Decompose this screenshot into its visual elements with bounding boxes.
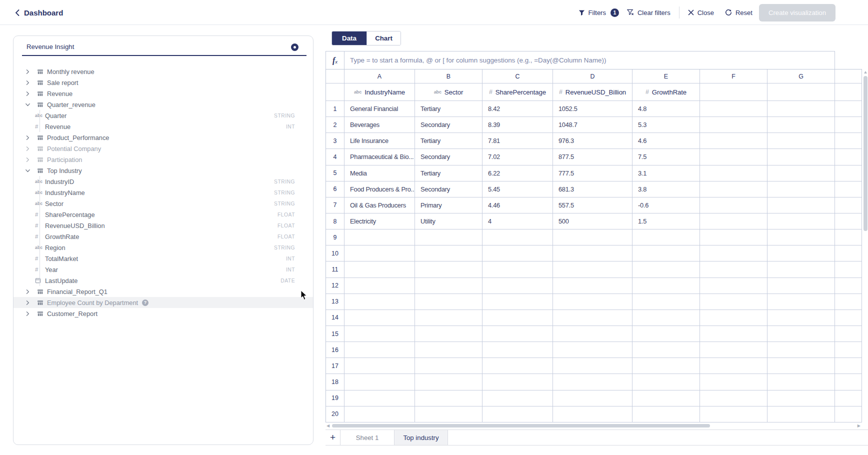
reset-button[interactable]: Reset (725, 9, 752, 16)
cell-F20[interactable] (700, 406, 768, 422)
cell-B14[interactable] (415, 310, 482, 326)
cell-G10[interactable] (768, 246, 835, 262)
tree-table-monthly-revenue[interactable]: Monthly revenue (14, 66, 313, 77)
cell-C4[interactable]: 7.02 (482, 149, 553, 165)
cell-A20[interactable] (344, 406, 415, 422)
cell-H5[interactable] (835, 166, 862, 182)
cell-A16[interactable] (344, 342, 415, 358)
cell-C1[interactable]: 8.42 (482, 101, 553, 117)
cell-A18[interactable] (344, 374, 415, 390)
cell-C11[interactable] (482, 262, 553, 278)
column-header-a[interactable]: A (344, 70, 415, 84)
cell-G12[interactable] (768, 278, 835, 294)
cell-C12[interactable] (482, 278, 553, 294)
field-header-growthrate[interactable]: #GrowthRate (632, 84, 700, 101)
cell-H15[interactable] (835, 326, 862, 342)
cell-A3[interactable]: Life Insurance (344, 133, 415, 149)
row-number-8[interactable]: 8 (326, 214, 344, 230)
field-header-sharepercentage[interactable]: #SharePercentage (482, 84, 553, 101)
chevron-down-icon[interactable] (25, 168, 30, 174)
tree-field-revenue[interactable]: #RevenueINT (14, 121, 313, 132)
tree-table-product-performance[interactable]: Product_Performance (14, 132, 313, 143)
search-field[interactable]: Revenue Insight (22, 38, 306, 56)
target-icon[interactable] (291, 44, 298, 51)
cell-B19[interactable] (415, 390, 482, 406)
field-header-revenueusd_billion[interactable]: #RevenueUSD_Billion (553, 84, 632, 101)
cell-B13[interactable] (415, 294, 482, 310)
cell-F6[interactable] (700, 182, 768, 198)
cell-D16[interactable] (553, 342, 632, 358)
cell-E17[interactable] (632, 358, 700, 374)
cell-G14[interactable] (768, 310, 835, 326)
chevron-right-icon[interactable] (25, 300, 30, 306)
cell-E8[interactable]: 1.5 (632, 214, 700, 230)
sheet-tab-sheet1[interactable]: Sheet 1 (340, 430, 394, 445)
cell-E3[interactable]: 4.6 (632, 133, 700, 149)
tree-field-sharepercentage[interactable]: #SharePercentageFLOAT (14, 209, 313, 220)
cell-A9[interactable] (344, 230, 415, 246)
scroll-left-arrow[interactable]: ◀ (326, 424, 330, 428)
cell-C7[interactable]: 4.46 (482, 198, 553, 214)
vertical-scroll-thumb[interactable] (864, 76, 868, 231)
cell-B15[interactable] (415, 326, 482, 342)
tree-table-potential-company[interactable]: Potential Company (14, 143, 313, 154)
tree-field-lastupdate[interactable]: LastUpdateDATE (14, 275, 313, 286)
row-number-9[interactable]: 9 (326, 230, 344, 246)
cell-C9[interactable] (482, 230, 553, 246)
cell-G1[interactable] (768, 101, 835, 117)
tab-data[interactable]: Data (332, 32, 366, 45)
cell-C10[interactable] (482, 246, 553, 262)
cell-B17[interactable] (415, 358, 482, 374)
cell-H13[interactable] (835, 294, 862, 310)
column-header-c[interactable]: C (482, 70, 553, 84)
row-number-3[interactable]: 3 (326, 133, 344, 149)
horizontal-scrollbar[interactable]: ◀ ▶ (326, 423, 862, 428)
cell-C20[interactable] (482, 406, 553, 422)
row-number-15[interactable]: 15 (326, 326, 344, 342)
cell-G7[interactable] (768, 198, 835, 214)
cell-A17[interactable] (344, 358, 415, 374)
chevron-right-icon[interactable] (25, 157, 30, 162)
cell-A7[interactable]: Oil & Gas Producers (344, 198, 415, 214)
cell-F8[interactable] (700, 214, 768, 230)
cell-B11[interactable] (415, 262, 482, 278)
cell-H12[interactable] (835, 278, 862, 294)
column-header-g[interactable]: G (768, 70, 835, 84)
cell-B6[interactable]: Secondary (415, 182, 482, 198)
cell-B9[interactable] (415, 230, 482, 246)
cell-F12[interactable] (700, 278, 768, 294)
tab-chart[interactable]: Chart (366, 32, 400, 45)
cell-B4[interactable]: Secondary (415, 149, 482, 165)
cell-A6[interactable]: Food Producers & Pro... (344, 182, 415, 198)
tree-table-revenue[interactable]: Revenue (14, 88, 313, 99)
row-number-6[interactable]: 6 (326, 182, 344, 198)
cell-D18[interactable] (553, 374, 632, 390)
cell-C14[interactable] (482, 310, 553, 326)
cell-H7[interactable] (835, 198, 862, 214)
cell-F1[interactable] (700, 101, 768, 117)
cell-H18[interactable] (835, 374, 862, 390)
tree-field-region[interactable]: abcRegionSTRING (14, 242, 313, 253)
column-header-f[interactable]: F (700, 70, 768, 84)
cell-D6[interactable]: 681.3 (553, 182, 632, 198)
cell-E13[interactable] (632, 294, 700, 310)
cell-F17[interactable] (700, 358, 768, 374)
cell-F14[interactable] (700, 310, 768, 326)
cell-D2[interactable]: 1048.7 (553, 117, 632, 133)
cell-D14[interactable] (553, 310, 632, 326)
cell-H8[interactable] (835, 214, 862, 230)
row-number-2[interactable]: 2 (326, 117, 344, 133)
cell-E12[interactable] (632, 278, 700, 294)
row-number-17[interactable]: 17 (326, 358, 344, 374)
cell-H17[interactable] (835, 358, 862, 374)
row-number-12[interactable]: 12 (326, 278, 344, 294)
cell-C13[interactable] (482, 294, 553, 310)
cell-A4[interactable]: Pharmaceutical & Bio... (344, 149, 415, 165)
row-number-1[interactable]: 1 (326, 101, 344, 117)
cell-F5[interactable] (700, 166, 768, 182)
vertical-scrollbar[interactable] (864, 70, 868, 422)
tree-table-participation[interactable]: Participation (14, 154, 313, 165)
cell-B12[interactable] (415, 278, 482, 294)
column-header-b[interactable]: B (415, 70, 482, 84)
cell-F19[interactable] (700, 390, 768, 406)
